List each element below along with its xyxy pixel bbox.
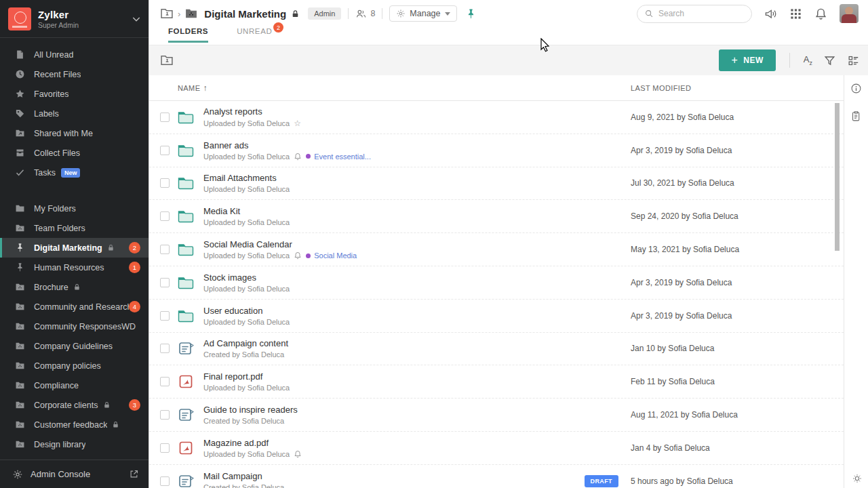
user-avatar[interactable] — [840, 4, 859, 23]
file-name[interactable]: Analyst reports — [203, 106, 631, 117]
table-row[interactable]: Guide to inspire readers Created by Sofi… — [149, 399, 844, 432]
column-header-name[interactable]: NAME ↑ — [178, 83, 631, 93]
apps-grid-icon[interactable] — [789, 7, 802, 20]
file-name[interactable]: Ad Campaign content — [203, 338, 631, 348]
favorite-star-icon[interactable]: ☆ — [294, 119, 301, 128]
table-row[interactable]: Mail Campaign Created by Sofia Deluca DR… — [149, 465, 844, 488]
table-row[interactable]: Email Attachments Uploaded by Sofia Delu… — [149, 167, 844, 201]
file-name[interactable]: Media Kit — [203, 206, 631, 216]
table-row[interactable]: Ad Campaign content Created by Sofia Del… — [149, 333, 844, 366]
row-checkbox[interactable] — [160, 178, 170, 188]
page-title[interactable]: Digital Marketing — [204, 8, 286, 20]
pin-folder-icon[interactable] — [465, 8, 477, 20]
file-name[interactable]: Guide to inspire readers — [203, 405, 631, 415]
table-row[interactable]: Banner ads Uploaded by Sofia Deluca Even… — [149, 134, 844, 167]
row-checkbox[interactable] — [160, 245, 170, 254]
sidebar-item-customer-feedback[interactable]: Customer feedback — [0, 415, 149, 434]
row-checkbox[interactable] — [160, 278, 170, 287]
theme-toggle-icon[interactable] — [852, 473, 863, 484]
templates-clipboard-icon[interactable] — [850, 110, 862, 122]
sidebar-item-recent-files[interactable]: Recent Files — [0, 64, 149, 84]
tab-folders[interactable]: FOLDERS — [168, 27, 208, 43]
notification-bell-icon[interactable] — [294, 251, 302, 260]
sidebar-item-brochure[interactable]: Brochure — [0, 277, 149, 297]
sidebar-item-shared-with-me[interactable]: Shared with Me — [0, 123, 149, 143]
sidebar-item-community-responseswd[interactable]: Community ResponsesWD — [0, 317, 149, 336]
sidebar-item-my-folders[interactable]: My Folders — [0, 199, 149, 218]
file-label[interactable]: Social Media — [306, 251, 357, 260]
members-count[interactable]: 8 — [355, 8, 375, 20]
search-box[interactable] — [637, 5, 752, 23]
table-row[interactable]: User education Uploaded by Sofia Deluca … — [149, 300, 844, 333]
file-subtitle: Uploaded by Sofia Deluca Social Media — [203, 251, 631, 260]
list-view-icon[interactable] — [847, 54, 860, 67]
table-row[interactable]: Stock images Uploaded by Sofia Deluca Ap… — [149, 266, 844, 300]
filter-funnel-icon[interactable] — [823, 54, 836, 67]
announcements-icon[interactable] — [764, 7, 777, 20]
notifications-bell-icon[interactable] — [814, 7, 827, 20]
sidebar-item-all-unread[interactable]: All Unread — [0, 45, 149, 64]
sidebar-item-design-library[interactable]: Design library — [0, 434, 149, 454]
file-name[interactable]: Banner ads — [203, 140, 631, 150]
admin-console-link[interactable]: Admin Console — [0, 460, 149, 488]
search-input[interactable] — [658, 9, 738, 18]
row-checkbox[interactable] — [160, 344, 170, 353]
table-row[interactable]: Analyst reports Uploaded by Sofia Deluca… — [149, 101, 844, 134]
row-checkbox[interactable] — [160, 410, 170, 420]
sort-az-icon[interactable]: Az — [804, 54, 812, 66]
notification-bell-icon[interactable] — [294, 450, 302, 458]
sidebar-item-human-resources[interactable]: Human Resources 1 — [0, 258, 149, 277]
sidebar-item-favorites[interactable]: Favorites — [0, 84, 149, 104]
file-name[interactable]: Magazine ad.pdf — [203, 438, 631, 448]
tab-unread[interactable]: UNREAD 2 — [237, 27, 272, 41]
file-label[interactable]: Event essential... — [306, 152, 371, 161]
account-switcher[interactable]: Zylker Super Admin — [0, 0, 149, 38]
file-name[interactable]: Final report.pdf — [203, 371, 631, 382]
file-name[interactable]: Social Media Calendar — [203, 239, 631, 249]
sidebar-item-compliance[interactable]: Compliance — [0, 375, 149, 395]
sidebar-item-labels[interactable]: Labels — [0, 104, 149, 123]
breadcrumb-root-folder-icon[interactable] — [160, 7, 174, 20]
manage-dropdown[interactable]: Manage — [389, 5, 456, 22]
notification-bell-icon[interactable] — [294, 152, 302, 161]
row-checkbox[interactable] — [160, 211, 170, 221]
file-name[interactable]: Stock images — [203, 272, 631, 283]
row-checkbox[interactable] — [160, 146, 170, 155]
sidebar-item-team-folders[interactable]: Team Folders — [0, 218, 149, 238]
pin-icon — [15, 243, 25, 253]
file-name[interactable]: Mail Campaign — [203, 471, 585, 481]
sidebar-item-corporate-clients[interactable]: Corporate clients 3 — [0, 395, 149, 415]
row-checkbox[interactable] — [160, 113, 170, 122]
workdrive-app: Zylker Super Admin All Unread Recent Fil… — [0, 0, 868, 488]
new-button[interactable]: + NEW — [719, 49, 775, 71]
row-checkbox[interactable] — [160, 443, 170, 453]
team-folder-icon — [15, 302, 25, 312]
row-checkbox[interactable] — [160, 377, 170, 386]
sidebar-item-digital-marketing[interactable]: Digital Marketing 2 — [0, 238, 149, 258]
file-name[interactable]: User education — [203, 306, 631, 316]
row-checkbox[interactable] — [160, 311, 170, 321]
sidebar-item-company-guidelines[interactable]: Company Guidelines — [0, 336, 149, 356]
chevron-down-icon[interactable] — [131, 14, 142, 24]
column-header-last-modified[interactable]: LAST MODIFIED — [631, 84, 844, 92]
scrollbar-thumb[interactable] — [835, 103, 840, 251]
sidebar-item-company-policies[interactable]: Company policies — [0, 356, 149, 375]
last-modified: Jan 4 by Sofia Deluca — [631, 443, 844, 453]
table-row[interactable]: Media Kit Uploaded by Sofia Deluca Sep 2… — [149, 200, 844, 233]
table-row[interactable]: Final report.pdf Uploaded by Sofia Deluc… — [149, 365, 844, 399]
table-row[interactable]: Social Media Calendar Uploaded by Sofia … — [149, 233, 844, 266]
table-row[interactable]: Magazine ad.pdf Uploaded by Sofia Deluca… — [149, 432, 844, 465]
folders-view-icon[interactable] — [160, 54, 174, 67]
team-folder-icon — [15, 439, 25, 449]
breadcrumb-team-folder-icon[interactable] — [184, 7, 198, 20]
sidebar-item-community-and-research[interactable]: Community and Research 4 — [0, 297, 149, 317]
file-name[interactable]: Email Attachments — [203, 173, 631, 183]
file-subtitle: Created by Sofia Deluca — [203, 350, 631, 359]
sidebar-item-collect-files[interactable]: Collect Files — [0, 143, 149, 163]
row-checkbox[interactable] — [160, 476, 170, 486]
info-icon[interactable] — [850, 83, 862, 94]
divider — [789, 53, 790, 68]
team-folder-icon — [15, 380, 25, 390]
draft-status-badge: DRAFT — [585, 475, 619, 487]
sidebar-item-tasks[interactable]: Tasks New — [0, 163, 149, 182]
